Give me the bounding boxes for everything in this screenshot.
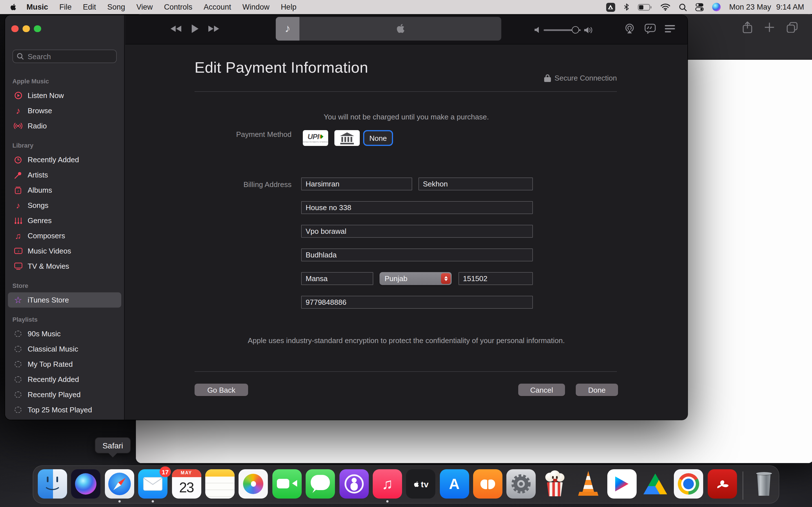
- dock-photos[interactable]: [239, 469, 268, 499]
- menu-music[interactable]: Music: [21, 3, 54, 11]
- page-title: Edit Payment Information: [195, 59, 368, 76]
- spotlight-search-icon[interactable]: [679, 3, 687, 11]
- siri-icon[interactable]: [712, 3, 721, 11]
- sidebar-item-genres[interactable]: Genres: [8, 213, 121, 228]
- payment-method-none[interactable]: None: [363, 130, 393, 146]
- sidebar-item-classical-music[interactable]: Classical Music: [8, 341, 121, 356]
- sidebar-item-label: Radio: [28, 122, 47, 130]
- dock-books[interactable]: [473, 469, 502, 499]
- payment-method-netbanking[interactable]: [335, 130, 360, 146]
- dock-popcorn[interactable]: [540, 469, 569, 499]
- last-name-field[interactable]: [418, 177, 533, 190]
- dock-finder[interactable]: [38, 469, 67, 499]
- control-center-icon[interactable]: [695, 3, 703, 11]
- battery-icon[interactable]: [638, 4, 652, 10]
- menu-controls[interactable]: Controls: [158, 3, 198, 11]
- menubar-date[interactable]: Mon 23 May: [729, 3, 771, 11]
- state-select[interactable]: Punjab: [379, 272, 452, 285]
- dock-settings[interactable]: [507, 469, 536, 499]
- sidebar-item-label: Top 25 Most Played: [28, 406, 92, 414]
- zoom-button[interactable]: [34, 25, 41, 32]
- play-button[interactable]: [190, 24, 200, 36]
- payment-method-upi[interactable]: UPI UNIFIED PAYMENTS INTERFACE: [303, 130, 328, 146]
- sidebar-item-radio[interactable]: Radio: [8, 118, 121, 133]
- first-name-field[interactable]: [301, 177, 412, 190]
- dock-facetime[interactable]: [272, 469, 301, 499]
- menu-file[interactable]: File: [54, 3, 78, 11]
- minimize-button[interactable]: [22, 25, 30, 32]
- search-input[interactable]: [27, 52, 112, 61]
- phone-field[interactable]: [301, 296, 533, 309]
- menu-view[interactable]: View: [131, 3, 158, 11]
- menu-account[interactable]: Account: [198, 3, 237, 11]
- menu-edit[interactable]: Edit: [77, 3, 102, 11]
- sidebar-item-music-videos[interactable]: ♪Music Videos: [8, 243, 121, 259]
- dock-trash[interactable]: [749, 469, 778, 499]
- sidebar-item-listen-now[interactable]: Listen Now: [8, 88, 121, 103]
- dock-mail[interactable]: 17: [138, 469, 167, 499]
- sidebar-item-itunes-store[interactable]: ☆iTunes Store: [8, 292, 121, 307]
- sidebar-item-label: Classical Music: [28, 345, 78, 353]
- fast-forward-button[interactable]: [207, 25, 220, 35]
- sidebar-item-recently-played[interactable]: Recently Played: [8, 387, 121, 402]
- sidebar-item-recently-added[interactable]: Recently Added: [8, 372, 121, 387]
- dock-messages[interactable]: [306, 469, 335, 499]
- sidebar-item-browse[interactable]: ♪Browse: [8, 103, 121, 118]
- share-icon[interactable]: [743, 21, 752, 36]
- svg-text:♪: ♪: [17, 188, 19, 193]
- dock-vlc[interactable]: [574, 469, 603, 499]
- volume-high-icon[interactable]: [584, 26, 593, 34]
- new-tab-icon[interactable]: [765, 22, 774, 34]
- dock-notes[interactable]: [205, 469, 235, 499]
- dock-chrome[interactable]: [674, 469, 703, 499]
- up-next-list-icon[interactable]: [665, 25, 675, 35]
- playlist-icon: [12, 361, 24, 368]
- dock-google-play[interactable]: [607, 469, 637, 499]
- volume-knob[interactable]: [572, 26, 579, 34]
- done-button[interactable]: Done: [576, 384, 618, 396]
- dock-tv[interactable]: tv: [406, 469, 436, 499]
- dock-siri[interactable]: [71, 469, 101, 499]
- menu-song[interactable]: Song: [102, 3, 131, 11]
- sidebar-item-my-top-rated[interactable]: My Top Rated: [8, 356, 121, 372]
- tv-logo-text: tv: [421, 479, 429, 489]
- tab-overview-icon[interactable]: [786, 22, 798, 35]
- sidebar-item-albums[interactable]: ♪Albums: [8, 182, 121, 198]
- airplay-icon[interactable]: [624, 24, 636, 36]
- dock-appstore[interactable]: A: [440, 469, 469, 499]
- shield-app-icon[interactable]: [606, 3, 615, 11]
- lyrics-icon[interactable]: [645, 24, 656, 36]
- go-back-button[interactable]: Go Back: [195, 384, 248, 396]
- dock-podcasts[interactable]: [339, 469, 368, 499]
- volume-low-icon[interactable]: [535, 26, 540, 33]
- sidebar-item-composers[interactable]: ♫Composers: [8, 228, 121, 243]
- dock-safari[interactable]: [105, 469, 134, 499]
- sidebar-item-label: TV & Movies: [28, 262, 69, 270]
- address-line2-field[interactable]: [301, 225, 533, 238]
- dock-music[interactable]: ♫: [373, 469, 402, 499]
- search-field[interactable]: [12, 50, 117, 63]
- dock-acrobat[interactable]: [708, 469, 737, 499]
- address-line1-field[interactable]: [301, 201, 533, 214]
- rewind-button[interactable]: [169, 25, 182, 35]
- sidebar-item-tv-movies[interactable]: TV & Movies: [8, 259, 121, 274]
- sidebar-item-top-25-most-played[interactable]: Top 25 Most Played: [8, 402, 121, 417]
- close-button[interactable]: [11, 25, 18, 32]
- apple-menu[interactable]: [9, 3, 17, 11]
- dock-calendar[interactable]: MAY23: [172, 469, 201, 499]
- sidebar-item-90s-music[interactable]: 90s Music: [8, 326, 121, 341]
- bluetooth-icon[interactable]: [623, 3, 629, 11]
- city-field[interactable]: [301, 272, 373, 285]
- dock-google-drive[interactable]: [641, 469, 670, 499]
- sidebar-item-recently-added[interactable]: Recently Added: [8, 152, 121, 167]
- postal-code-field[interactable]: [458, 272, 533, 285]
- wifi-icon[interactable]: [660, 3, 670, 11]
- address-line3-field[interactable]: [301, 248, 533, 262]
- menu-window[interactable]: Window: [237, 3, 275, 11]
- menu-help[interactable]: Help: [275, 3, 302, 11]
- sidebar-item-artists[interactable]: Artists: [8, 167, 121, 182]
- menubar-time[interactable]: 9:14 AM: [776, 3, 804, 11]
- sidebar-item-songs[interactable]: ♪Songs: [8, 198, 121, 213]
- cancel-button[interactable]: Cancel: [518, 384, 565, 396]
- volume-slider[interactable]: [544, 29, 581, 31]
